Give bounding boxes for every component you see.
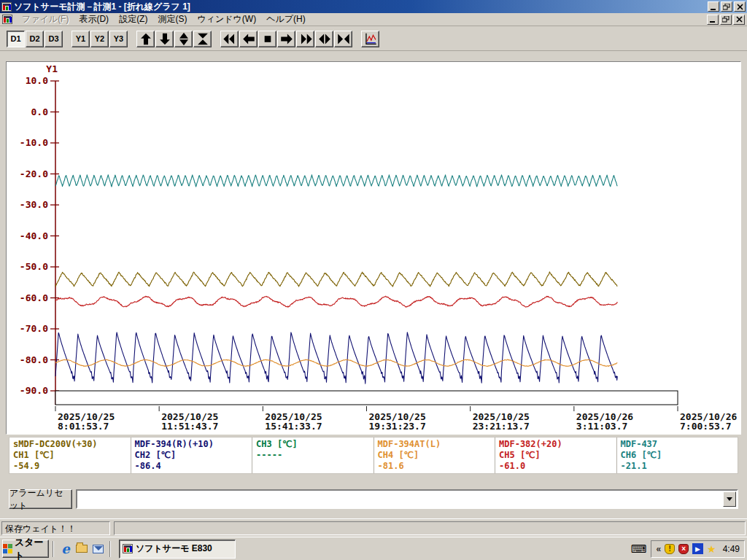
favorites-star-icon[interactable]: ★ <box>707 544 716 554</box>
legend-cell-ch4: MDF-394AT(L) CH4 [℃] -81.6 <box>374 438 496 473</box>
y2-button[interactable]: Y2 <box>90 31 109 47</box>
status-panel-secondary <box>114 521 746 535</box>
app-icon <box>1 2 12 12</box>
legend-cell-ch3: CH3 [℃] ----- <box>252 438 374 473</box>
alarm-dropdown[interactable] <box>76 489 738 509</box>
ch2-value: -86.4 <box>135 461 249 472</box>
security-warning-icon[interactable]: ! <box>665 544 675 554</box>
tray-chevron-icon[interactable]: « <box>656 544 661 554</box>
mail-icon <box>93 545 104 553</box>
restore-button[interactable] <box>721 1 732 12</box>
svg-text:-50.0: -50.0 <box>20 261 48 272</box>
svg-text:-60.0: -60.0 <box>20 292 48 303</box>
start-label: スタート <box>15 536 48 560</box>
security-error-icon[interactable]: × <box>678 544 689 554</box>
series-ch5 <box>55 296 617 307</box>
internet-explorer-icon: e <box>61 542 69 556</box>
y1-button[interactable]: Y1 <box>71 31 90 47</box>
ch6-name: MDF-437 <box>621 439 735 450</box>
menu-window[interactable]: ウィンドウ(W) <box>192 12 261 26</box>
ch5-unit: CH5 [℃] <box>499 450 613 461</box>
windows-logo-icon <box>3 544 12 553</box>
series-ch2 <box>55 332 617 384</box>
compress-horizontal-button[interactable] <box>334 31 352 47</box>
compress-vertical-icon <box>196 32 210 46</box>
step-left-button[interactable] <box>239 31 258 47</box>
mdi-minimize-button[interactable] <box>707 15 719 25</box>
taskbar: スタート e ソフトサーモ E830 ⌨ « ! × ▶ ★ 4:49 <box>0 537 747 560</box>
graph-view-button[interactable] <box>361 31 379 47</box>
series-ch1 <box>55 272 617 287</box>
taskbar-separator <box>53 541 54 557</box>
line-chart: Y110.00.0-10.0-20.0-30.0-40.0-50.0-60.0-… <box>7 62 740 434</box>
mdi-close-button[interactable] <box>733 15 745 25</box>
alarm-reset-button[interactable]: アラームリセット <box>9 489 72 509</box>
svg-text:11:51:43.7: 11:51:43.7 <box>161 421 218 432</box>
folder-icon <box>76 545 88 553</box>
arrow-left-icon <box>241 32 256 46</box>
close-button[interactable] <box>734 1 746 12</box>
taskbar-clock: 4:49 <box>723 544 740 554</box>
mdi-child-icon <box>2 15 12 24</box>
tray-box: « ! × ▶ ★ 4:49 <box>651 540 745 558</box>
svg-text:19:31:23.7: 19:31:23.7 <box>369 421 426 432</box>
d1-button[interactable]: D1 <box>7 31 25 47</box>
task-app-icon <box>123 544 133 553</box>
toolbar: D1 D2 D3 Y1 Y2 Y3 <box>0 27 747 51</box>
svg-text:-80.0: -80.0 <box>20 354 48 365</box>
time-range-box[interactable] <box>55 391 678 405</box>
double-right-icon <box>298 32 313 46</box>
svg-text:-70.0: -70.0 <box>20 323 48 334</box>
task-button-softthermo[interactable]: ソフトサーモ E830 <box>119 540 236 559</box>
menu-measure[interactable]: 測定(S) <box>152 12 192 26</box>
scroll-up-button[interactable] <box>136 31 155 47</box>
svg-text:-20.0: -20.0 <box>20 168 48 179</box>
ch2-unit: CH2 [℃] <box>135 450 249 461</box>
svg-text:-30.0: -30.0 <box>20 199 48 210</box>
legend-cell-ch2: MDF-394(R)(+10) CH2 [℃] -86.4 <box>131 438 253 473</box>
svg-text:8:01:53.7: 8:01:53.7 <box>58 421 109 432</box>
start-button[interactable]: スタート <box>2 540 49 558</box>
ch1-value: -54.9 <box>13 461 127 472</box>
y3-button[interactable]: Y3 <box>109 31 128 47</box>
mdi-restore-button[interactable] <box>720 15 732 25</box>
taskbar-separator <box>109 541 111 557</box>
svg-text:23:21:13.7: 23:21:13.7 <box>473 421 530 432</box>
menu-help[interactable]: ヘルプ(H) <box>261 12 311 26</box>
fast-rewind-button[interactable] <box>220 31 239 47</box>
minimize-button[interactable] <box>708 1 719 12</box>
expand-vertical-button[interactable] <box>174 31 193 47</box>
d2-button[interactable]: D2 <box>26 31 44 47</box>
stop-button[interactable] <box>258 31 276 47</box>
ch6-value: -21.1 <box>621 461 735 472</box>
ch3-unit: CH3 [℃] <box>256 439 370 450</box>
menu-settings[interactable]: 設定(Z) <box>114 12 152 26</box>
scroll-down-button[interactable] <box>155 31 174 47</box>
ch1-unit: CH1 [℃] <box>13 450 127 461</box>
compress-vertical-button[interactable] <box>193 31 212 47</box>
ch1-name: sMDF-DC200V(+30) <box>13 439 127 450</box>
svg-text:-10.0: -10.0 <box>20 137 48 148</box>
stop-icon <box>260 32 275 46</box>
media-play-icon[interactable]: ▶ <box>692 543 703 554</box>
keyboard-icon[interactable]: ⌨ <box>631 542 647 556</box>
menu-view[interactable]: 表示(D) <box>74 12 114 26</box>
task-label: ソフトサーモ E830 <box>136 542 212 555</box>
dropdown-arrow-icon[interactable] <box>723 491 736 507</box>
ch6-unit: CH6 [℃] <box>621 450 735 461</box>
ch2-name: MDF-394(R)(+10) <box>135 439 249 450</box>
step-right-button[interactable] <box>277 31 295 47</box>
ch4-unit: CH4 [℃] <box>378 450 492 461</box>
svg-text:Y1: Y1 <box>46 63 58 74</box>
quicklaunch-ie-button[interactable]: e <box>58 541 74 557</box>
menu-file[interactable]: ファイル(F) <box>17 12 74 26</box>
ch3-value: ----- <box>256 450 370 461</box>
expand-horizontal-button[interactable] <box>315 31 333 47</box>
d3-button[interactable]: D3 <box>44 31 63 47</box>
quicklaunch-folder-button[interactable] <box>74 541 90 557</box>
system-tray: ⌨ « ! × ▶ ★ 4:49 <box>631 540 747 558</box>
fast-forward-button[interactable] <box>296 31 314 47</box>
arrow-down-icon <box>158 32 172 46</box>
line-graph-icon <box>363 32 378 46</box>
quicklaunch-mail-button[interactable] <box>90 541 106 557</box>
